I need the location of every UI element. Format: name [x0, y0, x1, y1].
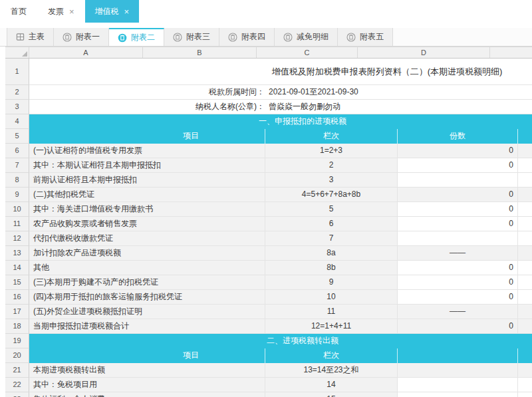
row-number[interactable]: 21: [5, 363, 29, 378]
grid-filler-cell: [517, 173, 532, 188]
column-header-c[interactable]: C: [257, 47, 358, 58]
tab-home[interactable]: 首页: [0, 0, 37, 23]
table-row: 22其中：免税项目用14: [5, 378, 532, 392]
tab-invoice[interactable]: 发票 ×: [37, 0, 85, 23]
column-header-b[interactable]: B: [143, 47, 257, 58]
app-window: 首页 发票 × 增值税 × 主表 附表一 附表二 附表三: [0, 0, 532, 397]
table-row: 16(四)本期用于抵扣的旅客运输服务扣税凭证100: [5, 290, 532, 305]
row-number[interactable]: 15: [5, 275, 29, 290]
clipboard-icon: [118, 33, 127, 43]
row-number[interactable]: 10: [5, 202, 29, 217]
table-row: 1 增值税及附加税费申报表附列资料（二）(本期进项税额明细): [5, 59, 532, 85]
row-number[interactable]: 18: [5, 319, 29, 334]
sheet-tab-appendix1[interactable]: 附表一: [54, 28, 109, 46]
item-cell: (五)外贸企业进项税额抵扣证明: [29, 305, 265, 319]
item-cell: 代扣代缴税收缴款凭证: [29, 231, 265, 246]
table-row: 10其中：海关进口增值税专用缴款书50: [5, 202, 532, 217]
amount-cell[interactable]: [397, 173, 517, 188]
close-icon[interactable]: ×: [124, 7, 130, 17]
table-row: 12代扣代缴税收缴款凭证7: [5, 231, 532, 246]
table-row: 21本期进项税额转出额13=14至23之和: [5, 363, 532, 378]
table-row: 6(一)认证相符的增值税专用发票1=2+30: [5, 144, 532, 158]
column-header-d[interactable]: D: [358, 47, 490, 58]
table-row: 17(五)外贸企业进项税额抵扣证明11——: [5, 305, 532, 319]
section-header-row: 5 项目 栏次 份数: [5, 129, 532, 144]
item-cell: 本期进项税额转出额: [29, 363, 265, 378]
item-cell: 前期认证相符且本期申报抵扣: [29, 173, 265, 188]
header-item: 项目: [29, 129, 265, 144]
item-cell: (四)本期用于抵扣的旅客运输服务扣税凭证: [29, 290, 265, 305]
column-header-e[interactable]: [490, 47, 532, 58]
clipboard-icon: [346, 33, 356, 42]
row-number[interactable]: 3: [5, 100, 29, 114]
row-number[interactable]: 23: [5, 392, 29, 397]
row-number[interactable]: 13: [5, 246, 29, 261]
select-all-corner[interactable]: [5, 47, 29, 58]
clipboard-icon: [63, 33, 72, 42]
amount-cell[interactable]: 0: [397, 217, 517, 231]
row-number[interactable]: 22: [5, 378, 29, 392]
row-number[interactable]: 19: [5, 334, 29, 348]
row-number[interactable]: 5: [5, 129, 29, 144]
amount-cell[interactable]: 0: [397, 275, 517, 290]
column-code-cell: 11: [265, 305, 397, 319]
grid-filler-cell: [517, 290, 532, 305]
column-code-cell: 8a: [265, 246, 397, 261]
sheet-tab-label: 附表二: [131, 32, 155, 43]
amount-cell[interactable]: [397, 378, 517, 392]
sheet-tab-reduction-detail[interactable]: 减免明细: [275, 28, 338, 46]
tab-vat[interactable]: 增值税 ×: [85, 0, 140, 23]
row-number[interactable]: 20: [5, 348, 29, 363]
sheet-tab-label: 主表: [29, 31, 45, 43]
row-number[interactable]: 8: [5, 173, 29, 188]
row-number[interactable]: 7: [5, 158, 29, 173]
amount-cell[interactable]: [397, 392, 517, 397]
section-band-title: 二、进项税额转出额: [29, 334, 532, 348]
item-cell: 农产品收购发票或者销售发票: [29, 217, 265, 231]
sheet-tab-appendix4[interactable]: 附表四: [219, 28, 275, 46]
table-row: 8前期认证相符且本期申报抵扣3: [5, 173, 532, 188]
sheet-tab-label: 附表三: [186, 31, 210, 43]
sheet-tab-appendix2[interactable]: 附表二: [109, 28, 164, 46]
close-icon[interactable]: ×: [69, 7, 74, 17]
row-number[interactable]: 1: [5, 59, 29, 85]
amount-cell[interactable]: 0: [397, 261, 517, 275]
amount-cell: 0: [397, 188, 517, 202]
row-number[interactable]: 9: [5, 188, 29, 202]
sheet-tab-bar: 主表 附表一 附表二 附表三 附表四 减免明细 附表五: [0, 28, 532, 47]
column-code-cell: 15: [265, 392, 397, 397]
row-number[interactable]: 12: [5, 231, 29, 246]
column-code-cell: 7: [265, 231, 397, 246]
column-header-a[interactable]: A: [29, 47, 143, 58]
row-number[interactable]: 11: [5, 217, 29, 231]
row-number[interactable]: 6: [5, 144, 29, 158]
grid-filler-cell: [517, 305, 532, 319]
row-number[interactable]: 4: [5, 114, 29, 129]
row-number[interactable]: 16: [5, 290, 29, 305]
period-value: 2021-09-01至2021-09-30: [265, 85, 532, 100]
row-number[interactable]: 14: [5, 261, 29, 275]
header-copies: [397, 348, 517, 363]
sheet-tab-appendix5[interactable]: 附表五: [338, 28, 393, 46]
column-code-cell: 2: [265, 158, 397, 173]
sheet-tab-appendix3[interactable]: 附表三: [164, 28, 219, 46]
column-header-row: A B C D: [5, 47, 532, 59]
grid-filler-cell: [517, 275, 532, 290]
amount-cell[interactable]: 0: [397, 290, 517, 305]
row-number[interactable]: 2: [5, 85, 29, 100]
sheet-tab-main[interactable]: 主表: [7, 28, 54, 46]
amount-cell: ——: [397, 305, 517, 319]
amount-cell[interactable]: 0: [397, 158, 517, 173]
item-cell: 其中：本期认证相符且本期申报抵扣: [29, 158, 265, 173]
sheet-tab-label: 附表五: [360, 31, 384, 43]
column-code-cell: 3: [265, 173, 397, 188]
amount-cell[interactable]: [397, 231, 517, 246]
amount-cell[interactable]: 0: [397, 202, 517, 217]
grid-filler-cell: [517, 261, 532, 275]
row-number[interactable]: 17: [5, 305, 29, 319]
column-code-cell: 13=14至23之和: [265, 363, 397, 378]
column-code-cell: 5: [265, 202, 397, 217]
item-cell: (一)认证相符的增值税专用发票: [29, 144, 265, 158]
grid-filler-cell: [517, 217, 532, 231]
table-row: 2 税款所属时间： 2021-09-01至2021-09-30: [5, 85, 532, 100]
